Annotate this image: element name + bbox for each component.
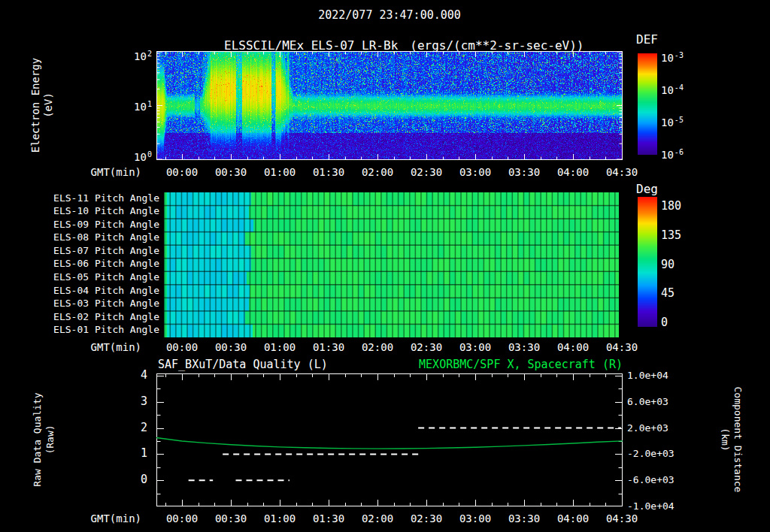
quality-line-canvas: [156, 373, 623, 506]
def-tick: 10-5: [661, 116, 706, 128]
gmt-axis-label: GMT(min): [69, 512, 141, 524]
deg-tick: 45: [661, 287, 699, 300]
gmt-tick: 04:30: [598, 341, 646, 353]
quality-axis-label-text: Raw Data Quality: [31, 349, 44, 530]
gmt-tick: 01:00: [256, 341, 304, 353]
gmt-tick: 04:30: [598, 512, 646, 524]
quality-tick: 0: [113, 473, 147, 486]
gmt-tick: 00:00: [158, 512, 206, 524]
gmt-tick: 04:00: [549, 512, 597, 524]
gmt-tick: 03:30: [500, 341, 548, 353]
energy-axis-label: Electron Energy (eV): [29, 23, 55, 188]
def-colorbar: [638, 53, 657, 155]
gmt-tick: 04:30: [598, 166, 646, 178]
quality-tick: 4: [113, 369, 147, 382]
distance-tick: -6.0e+03: [627, 475, 687, 486]
distance-tick: 1.0e+04: [627, 370, 687, 382]
gmt-tick: 01:30: [305, 166, 353, 178]
def-tick: 10-3: [661, 52, 706, 64]
gmt-tick: 00:30: [207, 166, 255, 178]
plot-page: 2022/077 23:47:00.000 ELSSCIL/MEx ELS-07…: [0, 0, 770, 532]
gmt-tick: 01:30: [305, 512, 353, 524]
gmt-tick: 03:30: [500, 512, 548, 524]
gmt-tick: 04:00: [549, 341, 597, 353]
gmt-tick: 03:30: [500, 166, 548, 178]
pitch-row-label: ELS-11 Pitch Angle: [42, 193, 159, 204]
gmt-tick: 02:30: [402, 166, 450, 178]
gmt-tick: 03:00: [451, 512, 499, 524]
gmt-tick: 00:30: [207, 512, 255, 524]
pitch-angle-canvas: [164, 192, 623, 337]
distance-tick: -2.0e+03: [627, 449, 687, 460]
quality-tick: 3: [113, 395, 147, 408]
energy-tick: 100: [105, 151, 152, 163]
pitch-row-label: ELS-07 Pitch Angle: [42, 246, 159, 257]
energy-tick: 102: [105, 50, 152, 62]
pitch-row-label: ELS-03 Pitch Angle: [42, 298, 159, 310]
quality-axis-label: Raw Data Quality (Raw): [31, 349, 56, 530]
energy-tick: 101: [105, 101, 152, 113]
gmt-tick: 02:00: [353, 166, 402, 178]
def-tick: 10-4: [661, 84, 706, 96]
gmt-axis-label: GMT(min): [69, 166, 141, 178]
gmt-tick: 03:00: [451, 341, 499, 353]
deg-tick: 90: [661, 258, 699, 271]
gmt-tick: 03:00: [451, 166, 499, 178]
gmt-tick: 00:00: [158, 166, 206, 178]
pitch-row-label: ELS-09 Pitch Angle: [42, 219, 159, 231]
gmt-tick: 04:00: [549, 166, 597, 178]
pitch-row-label: ELS-01 Pitch Angle: [42, 325, 159, 336]
distance-axis-label-text: Component Distance: [732, 349, 744, 530]
gmt-tick: 00:30: [207, 341, 255, 353]
gmt-axis-label: GMT(min): [69, 341, 141, 353]
distance-tick: 2.0e+03: [627, 423, 687, 434]
quality-axis-label-units: (Raw): [44, 349, 56, 530]
pitch-row-label: ELS-02 Pitch Angle: [42, 312, 159, 323]
gmt-tick: 02:30: [402, 341, 450, 353]
distance-axis-label: Component Distance (km): [719, 349, 744, 530]
energy-axis-label-units: (eV): [42, 23, 55, 188]
electron-spectrogram-canvas: [156, 51, 623, 160]
pitch-row-label: ELS-05 Pitch Angle: [42, 272, 159, 283]
def-colorbar-title: DEF: [636, 33, 658, 47]
deg-tick: 0: [661, 316, 699, 329]
pitch-row-label: ELS-06 Pitch Angle: [42, 258, 159, 270]
deg-tick: 180: [661, 200, 699, 213]
gmt-tick: 01:00: [256, 166, 304, 178]
pitch-row-label: ELS-08 Pitch Angle: [42, 232, 159, 243]
quality-tick: 1: [113, 447, 147, 460]
gmt-tick: 02:00: [353, 512, 402, 524]
distance-axis-label-units: (km): [719, 349, 732, 530]
spacecraft-title-right: MEXORBMC/SPF X, Spacecraft (R): [301, 358, 623, 371]
distance-tick: -1.0e+04: [627, 501, 687, 512]
gmt-tick: 00:00: [158, 341, 206, 353]
gmt-tick: 02:00: [353, 341, 402, 353]
gmt-tick: 01:00: [256, 512, 304, 524]
distance-tick: 6.0e+03: [627, 397, 687, 408]
quality-tick: 2: [113, 422, 147, 434]
pitch-row-label: ELS-10 Pitch Angle: [42, 206, 159, 217]
gmt-tick: 01:30: [305, 341, 353, 353]
def-tick: 10-6: [661, 149, 706, 161]
deg-tick: 135: [661, 229, 699, 242]
pitch-row-label: ELS-04 Pitch Angle: [42, 286, 159, 297]
deg-colorbar-title: Deg: [636, 183, 658, 196]
energy-axis-label-text: Electron Energy: [29, 23, 42, 188]
deg-colorbar: [638, 197, 657, 327]
timestamp: 2022/077 23:47:00.000: [156, 9, 623, 22]
gmt-tick: 02:30: [402, 512, 450, 524]
